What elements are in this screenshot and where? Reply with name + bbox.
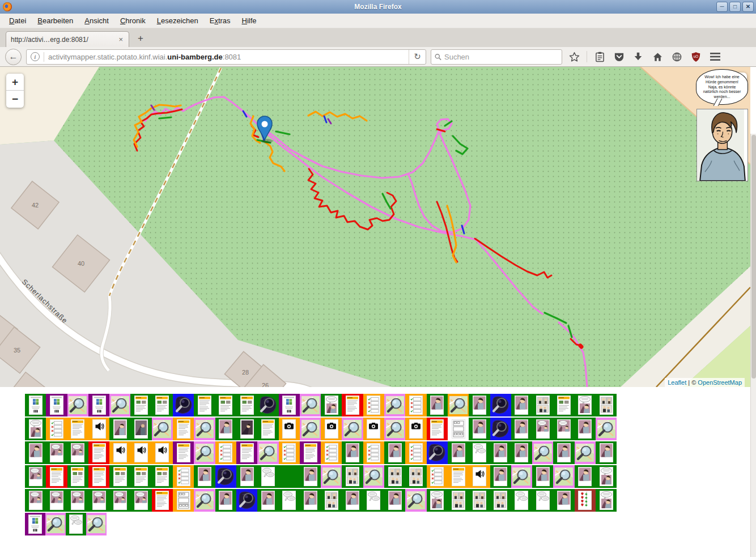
timeline-tile-portrait[interactable] bbox=[300, 465, 321, 488]
site-info-icon[interactable]: i bbox=[31, 52, 40, 61]
timeline-tile-speaker[interactable] bbox=[88, 418, 109, 440]
timeline-tile-portrait[interactable] bbox=[469, 394, 490, 416]
timeline-tile-docyellow[interactable] bbox=[300, 441, 321, 464]
timeline-tile-speechportrait[interactable] bbox=[25, 418, 46, 440]
timeline-tile-speechportrait[interactable] bbox=[321, 394, 342, 416]
url-bar[interactable]: i activitymapper.static.potato.kinf.wiai… bbox=[26, 49, 426, 65]
timeline-tile-speechportrait[interactable] bbox=[575, 394, 596, 416]
timeline-tile-app[interactable] bbox=[25, 394, 46, 416]
timeline-tile-checklist[interactable] bbox=[215, 441, 236, 464]
timeline-tile-docyellow[interactable] bbox=[194, 394, 215, 416]
timeline-tile-map[interactable] bbox=[532, 441, 553, 464]
timeline-tile-portrait[interactable] bbox=[511, 394, 532, 416]
search-input[interactable] bbox=[444, 53, 558, 61]
timeline-tile-checklist[interactable] bbox=[173, 465, 194, 488]
tab-close-icon[interactable]: × bbox=[117, 35, 124, 44]
bookmark-star-icon[interactable] bbox=[567, 49, 581, 64]
timeline-tile-form[interactable] bbox=[448, 418, 469, 440]
timeline-tile-photo[interactable] bbox=[109, 418, 130, 440]
home-icon[interactable] bbox=[650, 49, 665, 64]
timeline-tile-docimg[interactable] bbox=[130, 465, 151, 488]
timeline-tile-map[interactable] bbox=[194, 441, 215, 464]
timeline-tile-map[interactable] bbox=[300, 418, 321, 440]
timeline-tile-docimg[interactable] bbox=[67, 465, 88, 488]
timeline-tile-docimg[interactable] bbox=[553, 394, 574, 416]
map-view[interactable]: 42403735282623Scherlachstraße + − Leafle… bbox=[0, 67, 750, 387]
timeline-tile-map[interactable] bbox=[384, 394, 405, 416]
ublock-shield-icon[interactable]: uO bbox=[689, 49, 703, 64]
timeline-tile-docimg[interactable] bbox=[109, 465, 130, 488]
timeline-tile-portrait[interactable] bbox=[342, 489, 363, 512]
timeline-tile-speaker[interactable] bbox=[469, 465, 490, 488]
timeline-tile-speech[interactable] bbox=[257, 465, 278, 488]
timeline-tile-darkmap[interactable] bbox=[490, 394, 511, 416]
leaflet-link[interactable]: Leaflet bbox=[668, 379, 686, 386]
osm-link[interactable]: OpenStreetMap bbox=[698, 379, 742, 386]
timeline-tile-docimg[interactable] bbox=[130, 394, 151, 416]
timeline-tile-speechportrait[interactable] bbox=[427, 489, 448, 512]
timeline-tile-map[interactable] bbox=[511, 465, 532, 488]
timeline-tile-checklist[interactable] bbox=[46, 418, 67, 440]
timeline-tile-speech[interactable] bbox=[279, 489, 300, 512]
timeline-tile-docyellow[interactable] bbox=[236, 441, 257, 464]
timeline-tile-speaker[interactable] bbox=[109, 441, 130, 464]
timeline-tile-speechportrait[interactable] bbox=[596, 465, 617, 488]
timeline-tile-portrait[interactable] bbox=[300, 489, 321, 512]
timeline-tile-portrait[interactable] bbox=[342, 441, 363, 464]
timeline-tile-speaker[interactable] bbox=[130, 441, 151, 464]
timeline-tile-speech[interactable] bbox=[363, 489, 384, 512]
timeline-tile-darkmap[interactable] bbox=[427, 441, 448, 464]
timeline-tile-portrait[interactable] bbox=[25, 441, 46, 464]
zoom-in-button[interactable]: + bbox=[6, 74, 24, 91]
scrollbar-thumb[interactable] bbox=[751, 135, 756, 379]
timeline-tile-portrait[interactable] bbox=[384, 441, 405, 464]
timeline-tile-map[interactable] bbox=[342, 418, 363, 440]
timeline-tile-app[interactable] bbox=[279, 394, 300, 416]
timeline-tile-comic[interactable] bbox=[532, 394, 553, 416]
timeline-tile-docyellow[interactable] bbox=[257, 418, 278, 440]
timeline-tile-map[interactable] bbox=[363, 465, 384, 488]
timeline-tile-portrait[interactable] bbox=[532, 465, 553, 488]
new-tab-button[interactable]: + bbox=[133, 31, 148, 46]
timeline-tile-map[interactable] bbox=[384, 418, 405, 440]
timeline-tile-map[interactable] bbox=[67, 394, 88, 416]
timeline-tile-camera[interactable] bbox=[405, 418, 426, 440]
timeline-tile-portrait[interactable] bbox=[215, 489, 236, 512]
timeline-tile-darkmap[interactable] bbox=[173, 394, 194, 416]
timeline-tile-checklist[interactable] bbox=[427, 465, 448, 488]
timeline-tile-map[interactable] bbox=[448, 394, 469, 416]
timeline-tile-map[interactable] bbox=[194, 418, 215, 440]
minimize-button-icon[interactable]: ─ bbox=[716, 2, 728, 12]
reload-icon[interactable]: ↻ bbox=[409, 50, 426, 64]
timeline-tile-map[interactable] bbox=[300, 394, 321, 416]
timeline-tile-hearts[interactable] bbox=[575, 489, 596, 512]
timeline-tile-speechscene[interactable] bbox=[532, 418, 553, 440]
timeline-tile-docyellow[interactable] bbox=[427, 418, 448, 440]
menu-extras[interactable]: Extras bbox=[204, 14, 236, 27]
timeline-tile-docyellow[interactable] bbox=[342, 394, 363, 416]
timeline-tile-camera[interactable] bbox=[363, 418, 384, 440]
timeline-tile-docyellow[interactable] bbox=[152, 489, 173, 512]
timeline-tile-portrait[interactable] bbox=[511, 441, 532, 464]
back-button[interactable]: ← bbox=[5, 49, 22, 65]
timeline-tile-checklist[interactable] bbox=[405, 441, 426, 464]
zoom-out-button[interactable]: − bbox=[6, 91, 24, 108]
bookmarks-sidebar-icon[interactable] bbox=[592, 49, 607, 64]
timeline-tile-speechscene[interactable] bbox=[46, 441, 67, 464]
timeline-tile-checklist[interactable] bbox=[363, 394, 384, 416]
timeline-tile-map[interactable] bbox=[152, 418, 173, 440]
map-canvas[interactable]: 42403735282623Scherlachstraße bbox=[0, 67, 750, 387]
timeline-tile-portrait[interactable] bbox=[490, 441, 511, 464]
timeline-tile-speech[interactable] bbox=[469, 441, 490, 464]
timeline-tile-portrait[interactable] bbox=[448, 441, 469, 464]
timeline-tile-checklist[interactable] bbox=[405, 394, 426, 416]
menu-bearbeiten[interactable]: Bearbeiten bbox=[32, 14, 79, 27]
timeline-tile-camera[interactable] bbox=[279, 418, 300, 440]
timeline-tile-portrait[interactable] bbox=[427, 394, 448, 416]
timeline-tile-comic[interactable] bbox=[596, 394, 617, 416]
close-button-icon[interactable]: ✕ bbox=[742, 2, 754, 12]
timeline-tile-docimg[interactable] bbox=[236, 394, 257, 416]
timeline-tile-portrait[interactable] bbox=[469, 418, 490, 440]
timeline-tile-docyellow[interactable] bbox=[46, 465, 67, 488]
timeline-tile-map[interactable] bbox=[194, 489, 215, 512]
